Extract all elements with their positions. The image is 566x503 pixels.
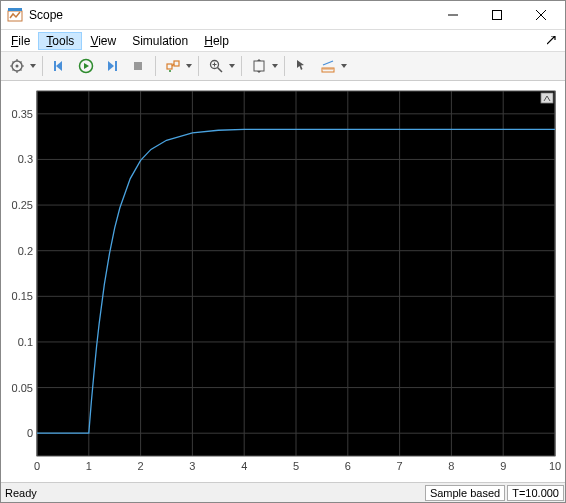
svg-rect-62 (541, 93, 553, 103)
svg-text:5: 5 (293, 460, 299, 472)
menu-simulation[interactable]: Simulation (124, 32, 196, 50)
svg-rect-12 (167, 64, 172, 69)
menu-help[interactable]: Help (196, 32, 237, 50)
status-sample: Sample based (425, 485, 505, 501)
separator (42, 56, 43, 76)
autoscale-dropdown[interactable] (271, 64, 279, 68)
svg-text:7: 7 (397, 460, 403, 472)
svg-text:0.3: 0.3 (18, 154, 33, 166)
separator (198, 56, 199, 76)
svg-text:4: 4 (241, 460, 247, 472)
run-button[interactable] (74, 54, 98, 78)
separator (284, 56, 285, 76)
stop-button[interactable] (126, 54, 150, 78)
zoom-dropdown[interactable] (228, 64, 236, 68)
triggers-button[interactable] (161, 54, 185, 78)
measurements-dropdown[interactable] (340, 64, 348, 68)
svg-line-16 (218, 68, 223, 73)
svg-point-7 (16, 65, 19, 68)
triggers-dropdown[interactable] (185, 64, 193, 68)
zoom-button[interactable] (204, 54, 228, 78)
svg-text:8: 8 (448, 460, 454, 472)
svg-rect-1 (8, 8, 22, 11)
svg-text:0.25: 0.25 (12, 199, 33, 211)
statusbar: Ready Sample based T=10.000 (1, 482, 565, 502)
svg-text:0.05: 0.05 (12, 382, 33, 394)
svg-text:9: 9 (500, 460, 506, 472)
menu-tools[interactable]: Tools (38, 32, 82, 50)
menu-view[interactable]: View (82, 32, 124, 50)
measurements-button[interactable] (316, 54, 340, 78)
minimize-button[interactable] (431, 1, 475, 29)
svg-rect-20 (322, 68, 334, 72)
svg-text:6: 6 (345, 460, 351, 472)
configure-button[interactable] (5, 54, 29, 78)
svg-text:0: 0 (34, 460, 40, 472)
status-time: T=10.000 (507, 485, 564, 501)
svg-text:0: 0 (27, 428, 33, 440)
svg-rect-3 (493, 11, 502, 20)
titlebar: Scope (1, 1, 565, 30)
svg-point-9 (80, 60, 93, 73)
svg-point-15 (211, 61, 219, 69)
svg-rect-13 (174, 61, 179, 66)
autoscale-button[interactable] (247, 54, 271, 78)
step-back-button[interactable] (48, 54, 72, 78)
undock-icon[interactable] (545, 34, 559, 48)
separator (155, 56, 156, 76)
svg-text:1: 1 (86, 460, 92, 472)
svg-text:2: 2 (138, 460, 144, 472)
window-title: Scope (29, 8, 431, 22)
menu-file[interactable]: File (3, 32, 38, 50)
svg-rect-11 (134, 62, 142, 70)
maximize-button[interactable] (475, 1, 519, 29)
configure-dropdown[interactable] (29, 64, 37, 68)
window-controls (431, 1, 563, 29)
plot-area[interactable]: 01234567891000.050.10.150.20.250.30.35 (1, 81, 565, 482)
status-ready: Ready (1, 487, 424, 499)
step-forward-button[interactable] (100, 54, 124, 78)
svg-text:0.15: 0.15 (12, 291, 33, 303)
menubar: File Tools View Simulation Help (1, 30, 565, 52)
cursors-button[interactable] (290, 54, 314, 78)
svg-rect-10 (115, 61, 117, 71)
svg-point-6 (12, 61, 22, 71)
svg-text:10: 10 (549, 460, 561, 472)
separator (241, 56, 242, 76)
close-button[interactable] (519, 1, 563, 29)
svg-text:0.1: 0.1 (18, 336, 33, 348)
svg-rect-8 (54, 61, 56, 71)
toolbar (1, 52, 565, 81)
svg-rect-19 (254, 61, 264, 71)
app-icon (7, 7, 23, 23)
svg-text:0.2: 0.2 (18, 245, 33, 257)
svg-text:3: 3 (189, 460, 195, 472)
svg-point-14 (169, 70, 171, 72)
scope-window: Scope File Tools View Simulation Help (0, 0, 566, 503)
svg-text:0.35: 0.35 (12, 108, 33, 120)
scope-plot: 01234567891000.050.10.150.20.250.30.35 (5, 85, 561, 478)
